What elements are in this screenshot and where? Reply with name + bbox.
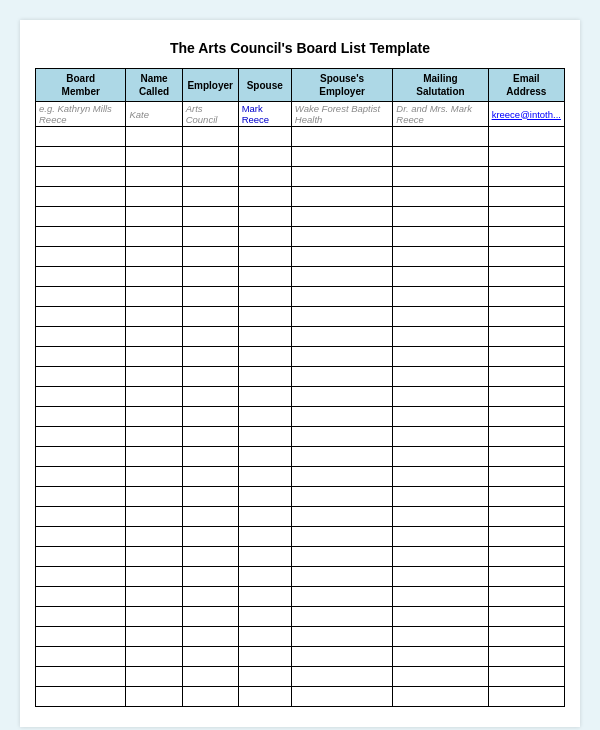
cell-spouse — [238, 367, 291, 387]
example-email-address: kreece@intoth... — [488, 102, 564, 127]
example-row: e.g. Kathryn Mills Reece Kate Arts Counc… — [36, 102, 565, 127]
cell-mailing-salutation — [393, 387, 488, 407]
cell-board-member — [36, 507, 126, 527]
cell-spouses-employer — [291, 667, 392, 687]
cell-spouse — [238, 467, 291, 487]
example-spouses-employer: Wake Forest Baptist Health — [291, 102, 392, 127]
cell-name-called — [126, 187, 182, 207]
table-row — [36, 367, 565, 387]
table-row — [36, 627, 565, 647]
example-employer: Arts Council — [182, 102, 238, 127]
table-row — [36, 267, 565, 287]
cell-spouse — [238, 527, 291, 547]
cell-name-called — [126, 227, 182, 247]
example-spouse: Mark Reece — [238, 102, 291, 127]
cell-spouse — [238, 347, 291, 367]
cell-mailing-salutation — [393, 307, 488, 327]
table-row — [36, 407, 565, 427]
cell-spouse — [238, 607, 291, 627]
cell-spouses-employer — [291, 587, 392, 607]
cell-spouse — [238, 287, 291, 307]
table-row — [36, 127, 565, 147]
cell-mailing-salutation — [393, 367, 488, 387]
cell-spouses-employer — [291, 187, 392, 207]
cell-email-address — [488, 687, 564, 707]
cell-mailing-salutation — [393, 527, 488, 547]
cell-email-address — [488, 647, 564, 667]
cell-board-member — [36, 487, 126, 507]
cell-email-address — [488, 627, 564, 647]
cell-spouses-employer — [291, 547, 392, 567]
cell-spouses-employer — [291, 407, 392, 427]
cell-name-called — [126, 507, 182, 527]
cell-employer — [182, 687, 238, 707]
cell-email-address — [488, 407, 564, 427]
cell-name-called — [126, 567, 182, 587]
cell-spouses-employer — [291, 647, 392, 667]
cell-employer — [182, 327, 238, 347]
cell-employer — [182, 547, 238, 567]
cell-employer — [182, 267, 238, 287]
cell-mailing-salutation — [393, 667, 488, 687]
header-employer: Employer — [182, 69, 238, 102]
cell-spouses-employer — [291, 167, 392, 187]
header-spouses-employer: Spouse'sEmployer — [291, 69, 392, 102]
cell-email-address — [488, 247, 564, 267]
cell-mailing-salutation — [393, 427, 488, 447]
header-email-address: EmailAddress — [488, 69, 564, 102]
cell-board-member — [36, 527, 126, 547]
cell-spouses-employer — [291, 267, 392, 287]
cell-name-called — [126, 367, 182, 387]
cell-employer — [182, 167, 238, 187]
cell-email-address — [488, 447, 564, 467]
cell-board-member — [36, 287, 126, 307]
cell-board-member — [36, 687, 126, 707]
board-table: BoardMember Name Called Employer Spouse … — [35, 68, 565, 707]
cell-spouse — [238, 167, 291, 187]
cell-name-called — [126, 387, 182, 407]
cell-email-address — [488, 467, 564, 487]
cell-name-called — [126, 447, 182, 467]
cell-mailing-salutation — [393, 547, 488, 567]
cell-employer — [182, 127, 238, 147]
cell-email-address — [488, 487, 564, 507]
cell-email-address — [488, 507, 564, 527]
cell-name-called — [126, 207, 182, 227]
cell-email-address — [488, 167, 564, 187]
cell-employer — [182, 347, 238, 367]
cell-spouses-employer — [291, 327, 392, 347]
cell-spouses-employer — [291, 287, 392, 307]
cell-name-called — [126, 147, 182, 167]
cell-employer — [182, 627, 238, 647]
cell-name-called — [126, 607, 182, 627]
cell-mailing-salutation — [393, 607, 488, 627]
cell-board-member — [36, 167, 126, 187]
cell-name-called — [126, 427, 182, 447]
cell-mailing-salutation — [393, 627, 488, 647]
table-row — [36, 347, 565, 367]
cell-employer — [182, 447, 238, 467]
table-row — [36, 527, 565, 547]
cell-email-address — [488, 187, 564, 207]
table-row — [36, 467, 565, 487]
cell-mailing-salutation — [393, 407, 488, 427]
table-row — [36, 147, 565, 167]
table-row — [36, 647, 565, 667]
table-row — [36, 687, 565, 707]
cell-employer — [182, 667, 238, 687]
table-row — [36, 507, 565, 527]
page-container: The Arts Council's Board List Template B… — [20, 20, 580, 727]
cell-board-member — [36, 127, 126, 147]
cell-spouse — [238, 327, 291, 347]
cell-name-called — [126, 287, 182, 307]
cell-spouses-employer — [291, 367, 392, 387]
cell-name-called — [126, 467, 182, 487]
cell-spouse — [238, 267, 291, 287]
cell-mailing-salutation — [393, 167, 488, 187]
header-row: BoardMember Name Called Employer Spouse … — [36, 69, 565, 102]
cell-email-address — [488, 147, 564, 167]
cell-mailing-salutation — [393, 207, 488, 227]
cell-board-member — [36, 307, 126, 327]
table-row — [36, 387, 565, 407]
cell-board-member — [36, 347, 126, 367]
